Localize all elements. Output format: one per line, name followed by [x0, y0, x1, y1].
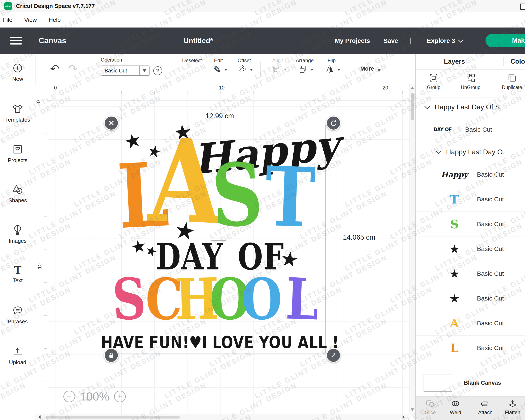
flip-icon[interactable]	[325, 65, 334, 75]
text-icon: T	[14, 265, 21, 276]
scroll-down-arrow[interactable]	[411, 409, 414, 411]
ruler-mark: 10	[219, 85, 225, 91]
layer-row[interactable]: LBasic Cut	[416, 336, 525, 360]
group-button[interactable]: Group	[427, 73, 440, 90]
layers-panel: Layers Colo GroupUnGroupDuplicate Happy …	[415, 54, 525, 420]
selection-bounding-box[interactable]: 12.99 cm 14.065 cm Happy DAY OF HAVE FUN…	[114, 125, 326, 354]
duplicate-icon	[507, 73, 517, 84]
chevron-down-icon[interactable]	[224, 69, 227, 71]
sidebar-item-label: Images	[9, 238, 27, 244]
zoom-out-button[interactable]: −	[63, 391, 75, 402]
flatten-button[interactable]: Flatten	[505, 399, 520, 415]
help-button[interactable]: ?	[153, 66, 162, 75]
lock-handle[interactable]	[104, 348, 119, 363]
restore-button[interactable]	[520, 4, 525, 10]
design-star-icon: ★	[173, 217, 197, 244]
chevron-down-icon[interactable]	[250, 69, 253, 71]
blank-canvas-label: Blank Canvas	[464, 380, 501, 386]
layer-operation-label: Basic Cut	[477, 196, 504, 203]
blank-canvas-swatch[interactable]	[423, 374, 452, 392]
horizontal-scroll-thumb[interactable]	[45, 416, 180, 419]
scroll-right-arrow[interactable]	[403, 415, 405, 419]
weld-button[interactable]: Weld	[450, 399, 461, 415]
chevron-down-icon[interactable]	[458, 37, 464, 43]
layer-operation-label: Basic Cut	[477, 320, 504, 327]
chevron-down-icon[interactable]	[377, 69, 381, 71]
hamburger-menu-icon[interactable]	[10, 37, 22, 47]
sidebar-item-images[interactable]: Images	[0, 224, 35, 252]
more-button[interactable]: More	[360, 65, 374, 72]
layer-row[interactable]: ★Basic Cut	[416, 286, 525, 311]
sidebar-item-templates[interactable]: Templates	[0, 103, 35, 131]
attach-button[interactable]: Attach	[478, 399, 492, 415]
ungroup-button[interactable]: UnGroup	[461, 73, 480, 90]
blank-canvas-row[interactable]: Blank Canvas	[416, 369, 525, 397]
sidebar-item-upload[interactable]: Upload	[0, 346, 35, 373]
make-button[interactable]: Make	[486, 34, 525, 47]
layer-group-row[interactable]: Happy Last Day O.	[416, 142, 525, 162]
panel-tabs: Layers Colo	[416, 54, 525, 69]
sidebar-item-label: Text	[13, 277, 23, 284]
attach-label: Attach	[478, 410, 492, 415]
operation-select-chevron[interactable]	[140, 66, 149, 75]
layer-row[interactable]: SBasic Cut	[416, 212, 525, 236]
sidebar-item-projects[interactable]: Projects	[0, 144, 35, 171]
layer-row[interactable]: DAY OFBasic Cut	[416, 117, 525, 142]
sidebar-item-shapes[interactable]: Shapes	[0, 184, 35, 212]
sidebar-item-new[interactable]: New	[0, 62, 35, 90]
delete-handle[interactable]: ✕	[104, 116, 119, 131]
scroll-left-arrow[interactable]	[38, 415, 40, 419]
layer-row[interactable]: TBasic Cut	[416, 187, 525, 212]
layer-group-row[interactable]: Happy Last Day Of S.	[416, 97, 525, 117]
zoom-in-button[interactable]: +	[114, 391, 126, 402]
operation-select[interactable]: Basic Cut	[101, 65, 150, 75]
design-last-letter-S: S	[210, 151, 264, 239]
sidebar-item-phrases[interactable]: Phrases	[0, 305, 35, 333]
vertical-scroll-thumb[interactable]	[411, 93, 414, 120]
layer-thumbnail: A	[441, 317, 468, 329]
menu-help[interactable]: Help	[48, 12, 61, 28]
tab-color-sync[interactable]: Colo	[510, 54, 525, 69]
horizontal-scrollbar[interactable]	[35, 414, 410, 420]
arrange-icon[interactable]	[298, 65, 308, 75]
chevron-down-icon[interactable]	[424, 103, 430, 109]
pencil-icon[interactable]: ✎	[213, 65, 221, 74]
undo-icon[interactable]: ↶	[50, 63, 59, 74]
chevron-down-icon[interactable]	[337, 69, 340, 71]
deselect-icon[interactable]: +	[188, 65, 196, 73]
design-canvas[interactable]: 12.99 cm 14.065 cm Happy DAY OF HAVE FUN…	[47, 94, 410, 414]
layer-row[interactable]: ★Basic Cut	[416, 236, 525, 261]
sidebar-item-label: Templates	[5, 117, 30, 123]
projects-icon	[12, 144, 23, 156]
operation-label: Operation	[101, 57, 122, 63]
offset-icon[interactable]	[237, 65, 247, 75]
arrange-label: Arrange	[296, 57, 314, 63]
chevron-down-icon[interactable]	[436, 149, 441, 154]
duplicate-button[interactable]: Duplicate	[502, 73, 522, 90]
menu-file[interactable]: File	[3, 12, 12, 28]
layer-row[interactable]: HappyBasic Cut	[416, 162, 525, 187]
flatten-icon	[508, 399, 517, 409]
layer-group-label: Happy Last Day Of S.	[435, 103, 502, 111]
save-button[interactable]: Save	[384, 28, 398, 54]
sidebar-item-text[interactable]: TText	[0, 265, 35, 292]
toolbar-separator	[260, 62, 261, 77]
shapes-icon	[12, 184, 23, 196]
title-bar: cricut Cricut Design Space v7.7.177 —	[0, 0, 525, 12]
chevron-down-icon[interactable]	[310, 69, 313, 71]
scroll-up-arrow[interactable]	[411, 87, 414, 89]
document-title[interactable]: Untitled*	[184, 28, 213, 54]
my-projects-link[interactable]: My Projects	[335, 28, 370, 54]
ruler-corner	[35, 84, 47, 94]
layer-row[interactable]: ABasic Cut	[416, 311, 525, 336]
rotate-handle[interactable]	[326, 116, 341, 131]
explore-machine-selector[interactable]: Explore 3	[427, 28, 455, 54]
layer-thumbnail: L	[441, 342, 468, 354]
toolbar-separator	[348, 62, 348, 77]
tab-layers[interactable]: Layers	[444, 54, 465, 69]
minimize-button[interactable]: —	[498, 0, 511, 12]
menu-view[interactable]: View	[24, 12, 37, 28]
resize-handle[interactable]	[326, 348, 341, 363]
layer-row[interactable]: ★Basic Cut	[416, 261, 525, 286]
vertical-scrollbar[interactable]	[410, 84, 415, 414]
